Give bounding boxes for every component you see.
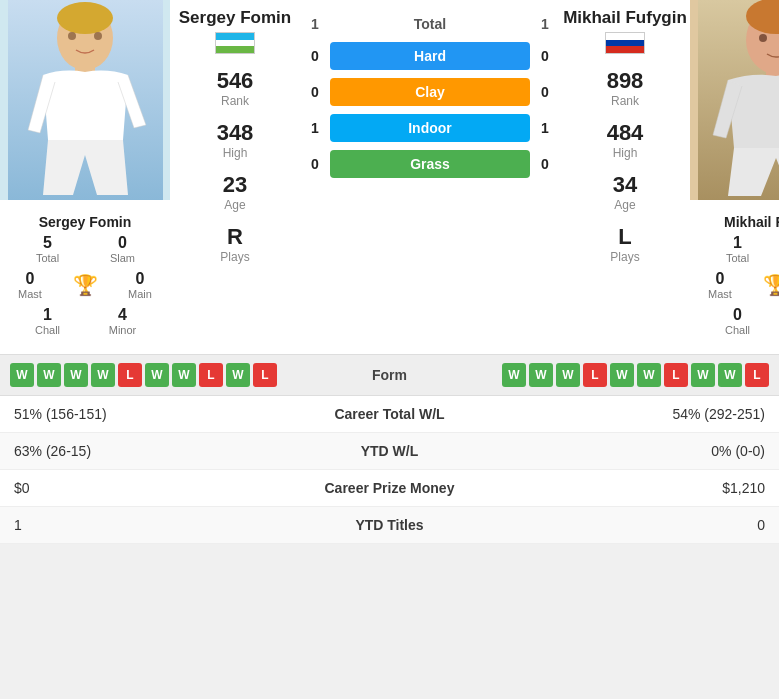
right-player-name: Mikhail Fufygin	[724, 214, 779, 230]
left-flag	[215, 32, 255, 54]
stats-right-2: $1,210	[506, 470, 779, 507]
stats-right-1: 0% (0-0)	[506, 433, 779, 470]
right-form-pill-4: W	[610, 363, 634, 387]
left-total-label: Total	[36, 252, 59, 264]
stats-right-0: 54% (292-251)	[506, 396, 779, 433]
right-plays-label: Plays	[610, 250, 639, 264]
right-flag	[605, 32, 645, 54]
right-plays-stat: L Plays	[610, 224, 639, 264]
right-high-stat: 484 High	[607, 120, 644, 160]
left-form-pill-3: W	[91, 363, 115, 387]
stats-right-3: 0	[506, 507, 779, 544]
right-form-pill-2: W	[556, 363, 580, 387]
clay-surface-row: 0 Clay 0	[300, 78, 560, 106]
indoor-left-score: 1	[300, 120, 330, 136]
stats-label-3: YTD Titles	[273, 507, 507, 544]
left-player-image	[0, 0, 170, 200]
stats-row-1: 63% (26-15) YTD W/L 0% (0-0)	[0, 433, 779, 470]
grass-surface-row: 0 Grass 0	[300, 150, 560, 178]
left-center-name: Sergey Fomin	[179, 8, 291, 28]
left-rank-stat: 546 Rank	[217, 68, 254, 108]
stats-row-3: 1 YTD Titles 0	[0, 507, 779, 544]
left-chall-label: Chall	[35, 324, 60, 336]
right-form-pill-0: W	[502, 363, 526, 387]
right-player-area: Mikhail Fufygin 1 Total 0 Slam 0 Mast	[690, 0, 779, 348]
stats-row-2: $0 Career Prize Money $1,210	[0, 470, 779, 507]
right-rank-label: Rank	[611, 94, 639, 108]
right-center-name: Mikhail Fufygin	[563, 8, 687, 28]
right-mast-main-row: 0 Mast 🏆 0 Main	[688, 270, 780, 300]
left-form-pill-9: L	[253, 363, 277, 387]
right-chall-stat: 0 Chall	[705, 306, 770, 336]
svg-point-10	[759, 34, 767, 42]
clay-right-score: 0	[530, 84, 560, 100]
left-main-stat: 0 Main	[108, 270, 173, 300]
stats-left-0: 51% (156-151)	[0, 396, 273, 433]
left-form-pill-6: W	[172, 363, 196, 387]
right-player-name-block: Mikhail Fufygin 1 Total 0 Slam 0 Mast	[690, 200, 779, 348]
right-mast-stat: 0 Mast	[688, 270, 753, 300]
left-player-area: Sergey Fomin 5 Total 0 Slam 0 Mast	[0, 0, 170, 348]
left-main-value: 0	[136, 270, 145, 288]
right-form-pill-8: W	[718, 363, 742, 387]
right-age-value: 34	[613, 172, 637, 198]
left-mast-main-row: 0 Mast 🏆 0 Main	[0, 270, 173, 300]
clay-left-score: 0	[300, 84, 330, 100]
left-plays-label: Plays	[220, 250, 249, 264]
left-chall-stat: 1 Chall	[15, 306, 80, 336]
stats-left-3: 1	[0, 507, 273, 544]
left-form-pill-8: W	[226, 363, 250, 387]
left-form-pill-4: L	[118, 363, 142, 387]
left-player-silhouette	[8, 0, 163, 200]
right-total-value: 1	[733, 234, 742, 252]
right-total-stat: 1 Total	[705, 234, 770, 264]
left-rank-label: Rank	[221, 94, 249, 108]
left-player-name-block: Sergey Fomin 5 Total 0 Slam 0 Mast	[0, 200, 170, 348]
svg-point-5	[94, 32, 102, 40]
indoor-surface-btn: Indoor	[330, 114, 530, 142]
hard-surface-btn: Hard	[330, 42, 530, 70]
indoor-surface-row: 1 Indoor 1	[300, 114, 560, 142]
left-total-value: 5	[43, 234, 52, 252]
left-center-block: Sergey Fomin 546 Rank 348 High 23 Age R …	[170, 0, 300, 270]
right-form-pill-3: L	[583, 363, 607, 387]
right-chall-minor-row: 0 Chall 1 Minor	[705, 306, 779, 336]
right-center-block: Mikhail Fufygin 898 Rank 484 High 34 Age…	[560, 0, 690, 270]
left-age-value: 23	[223, 172, 247, 198]
stats-row-0: 51% (156-151) Career Total W/L 54% (292-…	[0, 396, 779, 433]
left-chall-minor-row: 1 Chall 4 Minor	[15, 306, 155, 336]
left-high-stat: 348 High	[217, 120, 254, 160]
right-form-pill-6: L	[664, 363, 688, 387]
right-age-label: Age	[614, 198, 635, 212]
left-chall-value: 1	[43, 306, 52, 324]
stats-left-2: $0	[0, 470, 273, 507]
grass-surface-btn: Grass	[330, 150, 530, 178]
surfaces-section: 1 Total 1 0 Hard 0 0 Clay 0 1 Indoor 1	[300, 0, 560, 192]
total-label: Total	[330, 16, 530, 32]
clay-surface-btn: Clay	[330, 78, 530, 106]
left-form-pill-0: W	[10, 363, 34, 387]
left-rank-value: 546	[217, 68, 254, 94]
left-slam-label: Slam	[110, 252, 135, 264]
right-form-pills: WWWLWWLWWL	[450, 363, 770, 387]
left-form-pill-1: W	[37, 363, 61, 387]
left-mast-stat: 0 Mast	[0, 270, 63, 300]
total-row: 1 Total 1	[300, 16, 560, 32]
hard-surface-row: 0 Hard 0	[300, 42, 560, 70]
main-container: Sergey Fomin 5 Total 0 Slam 0 Mast	[0, 0, 779, 544]
right-form-pill-7: W	[691, 363, 715, 387]
left-form-pill-7: L	[199, 363, 223, 387]
hard-right-score: 0	[530, 48, 560, 64]
left-form-pills: WWWWLWWLWL	[10, 363, 330, 387]
total-left-score: 1	[300, 16, 330, 32]
right-trophy-icon: 🏆	[763, 273, 780, 297]
left-player-name: Sergey Fomin	[39, 214, 132, 230]
left-minor-stat: 4 Minor	[90, 306, 155, 336]
right-mast-value: 0	[716, 270, 725, 288]
right-high-value: 484	[607, 120, 644, 146]
left-age-label: Age	[224, 198, 245, 212]
right-plays-value: L	[618, 224, 631, 250]
total-right-score: 1	[530, 16, 560, 32]
svg-point-2	[57, 2, 113, 34]
indoor-right-score: 1	[530, 120, 560, 136]
